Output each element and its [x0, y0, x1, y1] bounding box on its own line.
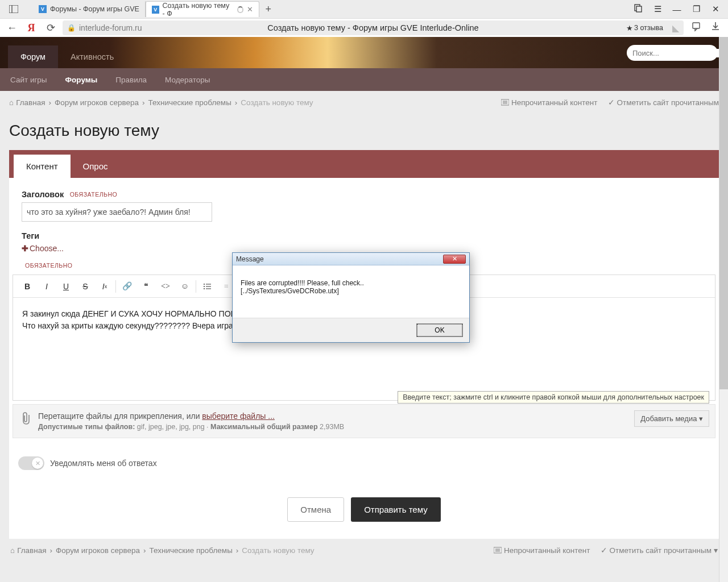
browser-tab[interactable]: V Форумы - Форум игры GVE: [33, 1, 146, 17]
svg-point-15: [204, 288, 205, 289]
address-bar: ← Я ⟳ 🔒 interlude-forum.ru Создать новую…: [0, 18, 728, 37]
nav-activity[interactable]: Активность: [58, 45, 126, 68]
underline-button[interactable]: U: [56, 277, 76, 296]
dialog-title: Message: [236, 255, 264, 263]
nav-site[interactable]: Сайт игры: [10, 76, 47, 84]
home-icon[interactable]: ⌂: [10, 546, 15, 555]
secondary-nav: Сайт игры Форумы Правила Модераторы: [0, 68, 728, 91]
pin-icon[interactable]: [634, 4, 643, 14]
tags-label: Теги: [22, 231, 39, 240]
quote-button[interactable]: ❝: [136, 277, 156, 296]
dialog-titlebar[interactable]: Message ✕: [233, 253, 469, 265]
page-title-in-addr: Создать новую тему - Форум игры GVE Inte…: [63, 23, 684, 32]
paperclip-icon: [21, 411, 32, 429]
search-input[interactable]: [632, 49, 728, 57]
new-tab-button[interactable]: +: [259, 3, 278, 15]
tab-title: Форумы - Форум игры GVE: [50, 5, 139, 13]
sidebar-toggle[interactable]: [5, 1, 23, 17]
code-button[interactable]: <>: [156, 277, 175, 296]
title-input[interactable]: [22, 202, 212, 222]
back-button[interactable]: ←: [5, 22, 19, 34]
svg-point-13: [204, 286, 205, 287]
browser-chrome: V Форумы - Форум игры GVE V Создать нову…: [0, 0, 728, 37]
site-banner: Форум Активность: [0, 37, 728, 68]
svg-rect-3: [636, 6, 642, 12]
crumb-link[interactable]: Технические проблемы: [150, 546, 233, 555]
dialog-ok-button[interactable]: OK: [417, 324, 462, 336]
cancel-button[interactable]: Отмена: [287, 497, 344, 522]
favicon: V: [152, 6, 159, 14]
nav-forum[interactable]: Форум: [8, 45, 58, 68]
create-topic-form: Контент Опрос Заголовок ОБЯЗАТЕЛЬНО Теги…: [9, 150, 719, 539]
breadcrumb: ⌂ Главная › Форум игроков сервера › Техн…: [0, 91, 728, 114]
yandex-button[interactable]: Я: [24, 22, 39, 34]
breadcrumb-bottom: ⌂ Главная › Форум игроков сервера › Техн…: [9, 539, 719, 562]
attach-text: Перетащите файлы для прикрепления, или в…: [38, 411, 344, 421]
editor-hint: Введите текст; зажмите ctrl и кликните п…: [398, 391, 709, 404]
tags-choose[interactable]: ✚ Choose...: [22, 244, 706, 253]
svg-rect-4: [693, 23, 700, 28]
nav-mods[interactable]: Модераторы: [165, 76, 210, 84]
tab-content[interactable]: Контент: [14, 155, 71, 178]
page-heading: Создать новую тему: [9, 122, 719, 140]
browser-tab-active[interactable]: V Создать новую тему - Ф ✕: [146, 1, 259, 17]
dialog-body: Files are corrupted!!!! Please, full che…: [233, 265, 469, 318]
notify-label: Уведомлять меня об ответах: [50, 459, 157, 468]
close-window-icon[interactable]: ✕: [711, 4, 720, 14]
crumb-link[interactable]: Технические проблемы: [148, 98, 231, 107]
italic-button[interactable]: I: [37, 277, 56, 296]
attachment-area[interactable]: Введите текст; зажмите ctrl и кликните п…: [13, 404, 715, 438]
feedback-icon[interactable]: [692, 22, 702, 34]
link-button[interactable]: 🔗: [117, 277, 136, 296]
nav-rules[interactable]: Правила: [115, 76, 147, 84]
svg-rect-0: [9, 5, 18, 13]
loading-icon: [237, 6, 243, 13]
crumb-link[interactable]: Форум игроков сервера: [55, 98, 139, 107]
tab-bar: V Форумы - Форум игры GVE V Создать нову…: [0, 0, 728, 18]
home-icon[interactable]: ⌂: [9, 98, 14, 107]
notify-toggle[interactable]: ✕: [18, 456, 44, 470]
list-button[interactable]: [197, 277, 217, 296]
minimize-icon[interactable]: —: [672, 5, 681, 14]
favicon: V: [39, 5, 47, 13]
mark-read-link[interactable]: ✓ Отметить сайт прочитанным ▾: [601, 546, 718, 555]
close-icon[interactable]: ✕: [247, 5, 253, 14]
url-field[interactable]: 🔒 interlude-forum.ru Создать новую тему …: [63, 20, 684, 35]
dialog-close-button[interactable]: ✕: [443, 255, 466, 264]
attach-sub: Допустимые типы файлов: gif, jpeg, jpe, …: [38, 423, 344, 431]
crumb-current: Создать новую тему: [241, 98, 313, 107]
svg-point-11: [204, 284, 205, 285]
crumb-current: Создать новую тему: [242, 546, 314, 555]
mark-read-link[interactable]: ✓ Отметить сайт прочитанным: [608, 98, 719, 107]
scroll-thumb[interactable]: [719, 37, 728, 389]
submit-button[interactable]: Отправить тему: [351, 497, 441, 522]
reload-button[interactable]: ⟳: [43, 22, 58, 34]
tab-title: Создать новую тему - Ф: [163, 2, 234, 18]
maximize-icon[interactable]: ❐: [692, 4, 701, 14]
menu-icon[interactable]: ☰: [653, 4, 662, 14]
site-search[interactable]: [627, 45, 718, 61]
choose-files-link[interactable]: выберите файлы ...: [202, 411, 275, 421]
message-dialog: Message ✕ Files are corrupted!!!! Please…: [232, 252, 470, 343]
crumb-home[interactable]: Главная: [17, 546, 46, 555]
unread-link[interactable]: Непрочитанный контент: [494, 546, 590, 555]
strike-button[interactable]: S: [76, 277, 95, 296]
unread-link[interactable]: Непрочитанный контент: [501, 98, 598, 107]
crumb-link[interactable]: Форум игроков сервера: [56, 546, 140, 555]
title-label: Заголовок: [22, 190, 64, 199]
nav-forums[interactable]: Форумы: [65, 76, 98, 84]
clear-format-button[interactable]: Ix: [95, 277, 114, 296]
add-media-button[interactable]: Добавить медиа ▾: [634, 410, 709, 427]
bold-button[interactable]: B: [18, 277, 37, 296]
crumb-home[interactable]: Главная: [16, 98, 45, 107]
required-badge: ОБЯЗАТЕЛЬНО: [70, 191, 118, 198]
emoji-button[interactable]: ☺: [175, 277, 195, 296]
tab-poll[interactable]: Опрос: [71, 155, 121, 178]
downloads-icon[interactable]: [711, 22, 720, 34]
window-controls: ☰ — ❐ ✕: [634, 4, 728, 14]
scrollbar[interactable]: [719, 37, 728, 582]
